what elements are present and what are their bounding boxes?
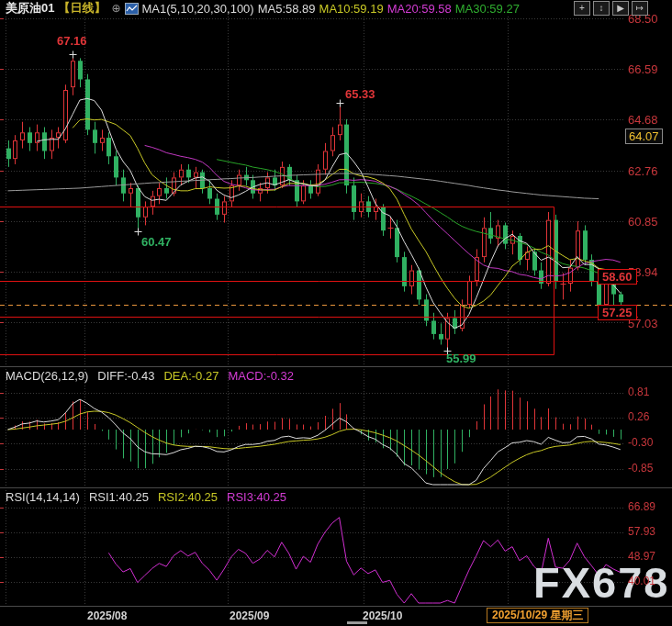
rsi2-value: RSI2:40.25 <box>158 490 218 504</box>
macd-header: MACD(26,12,9) DIFF:-0.43 DEA:-0.27 MACD:… <box>0 369 294 383</box>
rsi-tick: 57.93 <box>628 525 655 538</box>
ma-settings-label[interactable]: MA1(5,10,20,30,100) <box>142 2 254 16</box>
playback-icon[interactable]: ▶ <box>612 1 629 16</box>
month-label: 2025/08 <box>87 609 127 622</box>
macd-tick: -0.30 <box>628 436 653 449</box>
low-annotation: 60.47 <box>141 235 172 249</box>
crosshair-price-label: 64.07 <box>625 129 663 144</box>
rsi3-value: RSI3:40.25 <box>227 490 286 504</box>
rsi1-value: RSI1:40.25 <box>89 490 149 504</box>
scale-axis-icon[interactable]: ↕ <box>593 1 610 16</box>
rsi-tick: 40.01 <box>628 575 655 587</box>
month-label: 2025/09 <box>230 609 269 622</box>
rsi-tick: 66.89 <box>628 500 655 513</box>
period-label[interactable]: 【日线】 <box>58 0 106 17</box>
macd-tick: 0.26 <box>628 410 649 423</box>
macd-tick: 0.81 <box>628 386 649 398</box>
price-tick: 64.68 <box>628 113 658 127</box>
macd-params[interactable]: MACD(26,12,9) <box>6 369 88 383</box>
chart-toolbar: + ↕ ▶ ↦ <box>574 1 648 16</box>
move-icon[interactable]: + <box>574 1 590 16</box>
rsi-params[interactable]: RSI(14,14,14) <box>6 490 80 504</box>
mini-chart-icon[interactable] <box>125 3 139 15</box>
scrollbar-thumb[interactable] <box>347 621 367 624</box>
chart-app-window: 美原油01 【日线】 ⊕ MA1(5,10,20,30,100) MA5:58.… <box>0 0 672 626</box>
price-tick: 66.59 <box>628 62 658 76</box>
symbol-name: 美原油01 <box>6 0 54 17</box>
macd-dea-value: DEA:-0.27 <box>163 369 218 383</box>
circle-plus-icon[interactable]: ⊕ <box>111 2 120 15</box>
macd-tick: -0.85 <box>628 462 653 475</box>
current-date-box[interactable]: 2025/10/29 星期三 <box>487 608 588 623</box>
macd-diff-value: DIFF:-0.43 <box>97 369 154 383</box>
price-line-label-5725[interactable]: 57.25 <box>598 305 637 320</box>
chart-header: 美原油01 【日线】 ⊕ MA1(5,10,20,30,100) MA5:58.… <box>0 0 672 17</box>
low-annotation: 55.99 <box>446 352 476 365</box>
pan-right-icon[interactable]: ↦ <box>632 1 648 16</box>
ma20-value: MA20:59.58 <box>387 2 452 16</box>
rsi-tick: 48.97 <box>628 550 655 563</box>
price-tick: 60.85 <box>628 215 658 229</box>
rsi-header: RSI(14,14,14) RSI1:40.25 RSI2:40.25 RSI3… <box>0 490 286 504</box>
macd-macd-value: MACD:-0.32 <box>228 369 294 383</box>
high-annotation: 65.33 <box>345 87 375 101</box>
month-label: 2025/10 <box>363 609 402 622</box>
ma10-value: MA10:59.19 <box>319 2 384 16</box>
ma5-value: MA5:58.89 <box>258 2 316 16</box>
high-annotation: 67.16 <box>57 34 87 48</box>
ma30-value: MA30:59.27 <box>455 2 520 16</box>
price-line-label-5860[interactable]: 58.60 <box>598 269 637 285</box>
chart-canvas[interactable] <box>0 0 672 626</box>
price-tick: 62.76 <box>628 164 658 178</box>
